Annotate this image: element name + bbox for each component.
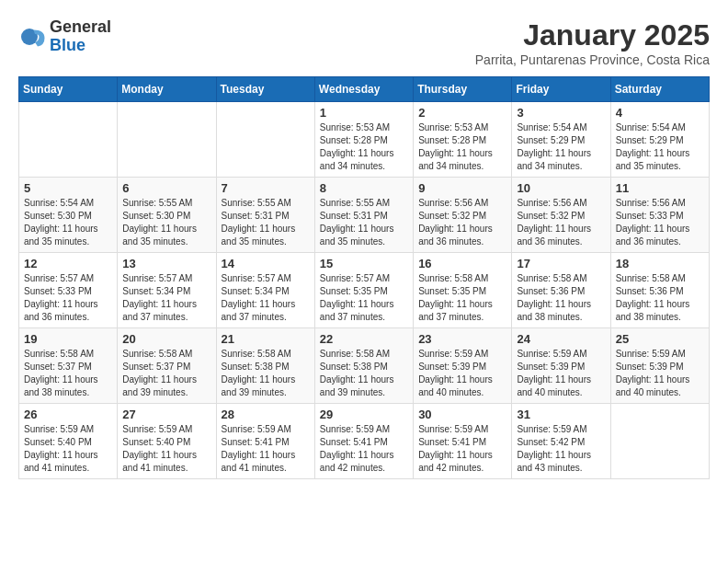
- calendar-cell: 9Sunrise: 5:56 AM Sunset: 5:32 PM Daylig…: [414, 178, 512, 253]
- day-number: 22: [320, 332, 408, 346]
- day-number: 4: [616, 106, 704, 120]
- day-number: 20: [122, 332, 210, 346]
- calendar-cell: 24Sunrise: 5:59 AM Sunset: 5:39 PM Dayli…: [512, 328, 610, 404]
- day-number: 8: [320, 181, 408, 195]
- day-number: 15: [320, 257, 408, 270]
- weekday-header: Monday: [118, 77, 216, 102]
- day-number: 30: [418, 408, 506, 421]
- page-header: General Blue January 2025 Parrita, Punta…: [18, 18, 710, 67]
- day-info: Sunrise: 5:55 AM Sunset: 5:30 PM Dayligh…: [122, 197, 210, 248]
- weekday-header: Saturday: [610, 77, 709, 102]
- calendar-cell: 15Sunrise: 5:57 AM Sunset: 5:35 PM Dayli…: [314, 253, 413, 328]
- calendar-week-row: 12Sunrise: 5:57 AM Sunset: 5:33 PM Dayli…: [19, 253, 710, 328]
- day-info: Sunrise: 5:53 AM Sunset: 5:28 PM Dayligh…: [418, 121, 506, 173]
- calendar-cell: 1Sunrise: 5:53 AM Sunset: 5:28 PM Daylig…: [314, 102, 413, 178]
- day-info: Sunrise: 5:57 AM Sunset: 5:35 PM Dayligh…: [320, 272, 408, 324]
- day-info: Sunrise: 5:57 AM Sunset: 5:34 PM Dayligh…: [222, 272, 310, 324]
- day-number: 11: [616, 181, 704, 195]
- title-block: January 2025 Parrita, Puntarenas Provinc…: [475, 18, 710, 67]
- day-number: 31: [517, 408, 605, 421]
- day-info: Sunrise: 5:59 AM Sunset: 5:39 PM Dayligh…: [517, 348, 605, 399]
- day-number: 2: [418, 106, 506, 120]
- day-number: 21: [222, 332, 310, 346]
- calendar-week-row: 1Sunrise: 5:53 AM Sunset: 5:28 PM Daylig…: [19, 102, 710, 178]
- weekday-header: Thursday: [414, 77, 512, 102]
- day-number: 10: [517, 181, 605, 195]
- day-info: Sunrise: 5:58 AM Sunset: 5:37 PM Dayligh…: [24, 348, 112, 399]
- day-info: Sunrise: 5:58 AM Sunset: 5:38 PM Dayligh…: [320, 348, 408, 399]
- day-number: 1: [320, 106, 408, 120]
- calendar-cell: [19, 102, 118, 178]
- weekday-header: Sunday: [19, 77, 118, 102]
- location-subtitle: Parrita, Puntarenas Province, Costa Rica: [475, 52, 710, 67]
- calendar-cell: 11Sunrise: 5:56 AM Sunset: 5:33 PM Dayli…: [610, 178, 709, 253]
- day-number: 9: [418, 181, 506, 195]
- calendar-cell: 4Sunrise: 5:54 AM Sunset: 5:29 PM Daylig…: [610, 102, 709, 178]
- day-number: 28: [222, 408, 310, 421]
- day-info: Sunrise: 5:59 AM Sunset: 5:40 PM Dayligh…: [24, 423, 112, 475]
- day-info: Sunrise: 5:56 AM Sunset: 5:32 PM Dayligh…: [418, 197, 506, 248]
- calendar-cell: 25Sunrise: 5:59 AM Sunset: 5:39 PM Dayli…: [610, 328, 709, 404]
- day-info: Sunrise: 5:56 AM Sunset: 5:33 PM Dayligh…: [616, 197, 704, 248]
- calendar-cell: [610, 404, 709, 479]
- calendar-cell: 22Sunrise: 5:58 AM Sunset: 5:38 PM Dayli…: [314, 328, 413, 404]
- weekday-header: Tuesday: [216, 77, 314, 102]
- day-info: Sunrise: 5:58 AM Sunset: 5:38 PM Dayligh…: [222, 348, 310, 399]
- calendar-cell: 3Sunrise: 5:54 AM Sunset: 5:29 PM Daylig…: [512, 102, 610, 178]
- calendar-cell: 21Sunrise: 5:58 AM Sunset: 5:38 PM Dayli…: [216, 328, 314, 404]
- calendar-header-row: SundayMondayTuesdayWednesdayThursdayFrid…: [19, 77, 710, 102]
- calendar-cell: 12Sunrise: 5:57 AM Sunset: 5:33 PM Dayli…: [19, 253, 118, 328]
- day-number: 25: [616, 332, 704, 346]
- day-number: 26: [24, 408, 112, 421]
- day-info: Sunrise: 5:59 AM Sunset: 5:41 PM Dayligh…: [418, 423, 506, 475]
- calendar-cell: 27Sunrise: 5:59 AM Sunset: 5:40 PM Dayli…: [118, 404, 216, 479]
- calendar-cell: 7Sunrise: 5:55 AM Sunset: 5:31 PM Daylig…: [216, 178, 314, 253]
- logo-blue-text: Blue: [50, 37, 111, 55]
- calendar-cell: 23Sunrise: 5:59 AM Sunset: 5:39 PM Dayli…: [414, 328, 512, 404]
- calendar-cell: 19Sunrise: 5:58 AM Sunset: 5:37 PM Dayli…: [19, 328, 118, 404]
- calendar-cell: 2Sunrise: 5:53 AM Sunset: 5:28 PM Daylig…: [414, 102, 512, 178]
- calendar-cell: 28Sunrise: 5:59 AM Sunset: 5:41 PM Dayli…: [216, 404, 314, 479]
- day-number: 12: [24, 257, 112, 270]
- day-info: Sunrise: 5:58 AM Sunset: 5:35 PM Dayligh…: [418, 272, 506, 324]
- calendar-cell: 29Sunrise: 5:59 AM Sunset: 5:41 PM Dayli…: [314, 404, 413, 479]
- calendar-cell: 18Sunrise: 5:58 AM Sunset: 5:36 PM Dayli…: [610, 253, 709, 328]
- calendar-cell: 31Sunrise: 5:59 AM Sunset: 5:42 PM Dayli…: [512, 404, 610, 479]
- day-number: 16: [418, 257, 506, 270]
- day-info: Sunrise: 5:54 AM Sunset: 5:29 PM Dayligh…: [616, 121, 704, 173]
- day-number: 24: [517, 332, 605, 346]
- day-number: 19: [24, 332, 112, 346]
- day-info: Sunrise: 5:57 AM Sunset: 5:33 PM Dayligh…: [24, 272, 112, 324]
- day-info: Sunrise: 5:55 AM Sunset: 5:31 PM Dayligh…: [320, 197, 408, 248]
- day-number: 18: [616, 257, 704, 270]
- calendar-cell: 5Sunrise: 5:54 AM Sunset: 5:30 PM Daylig…: [19, 178, 118, 253]
- calendar-week-row: 19Sunrise: 5:58 AM Sunset: 5:37 PM Dayli…: [19, 328, 710, 404]
- calendar-cell: 10Sunrise: 5:56 AM Sunset: 5:32 PM Dayli…: [512, 178, 610, 253]
- day-info: Sunrise: 5:59 AM Sunset: 5:41 PM Dayligh…: [222, 423, 310, 475]
- day-info: Sunrise: 5:53 AM Sunset: 5:28 PM Dayligh…: [320, 121, 408, 173]
- day-number: 29: [320, 408, 408, 421]
- day-info: Sunrise: 5:59 AM Sunset: 5:39 PM Dayligh…: [616, 348, 704, 399]
- day-info: Sunrise: 5:55 AM Sunset: 5:31 PM Dayligh…: [222, 197, 310, 248]
- calendar-week-row: 5Sunrise: 5:54 AM Sunset: 5:30 PM Daylig…: [19, 178, 710, 253]
- day-info: Sunrise: 5:56 AM Sunset: 5:32 PM Dayligh…: [517, 197, 605, 248]
- weekday-header: Wednesday: [314, 77, 413, 102]
- logo-general-text: General: [50, 18, 111, 37]
- day-number: 14: [222, 257, 310, 270]
- calendar-cell: 17Sunrise: 5:58 AM Sunset: 5:36 PM Dayli…: [512, 253, 610, 328]
- calendar-week-row: 26Sunrise: 5:59 AM Sunset: 5:40 PM Dayli…: [19, 404, 710, 479]
- calendar-cell: 8Sunrise: 5:55 AM Sunset: 5:31 PM Daylig…: [314, 178, 413, 253]
- day-info: Sunrise: 5:54 AM Sunset: 5:30 PM Dayligh…: [24, 197, 112, 248]
- day-info: Sunrise: 5:58 AM Sunset: 5:37 PM Dayligh…: [122, 348, 210, 399]
- day-number: 27: [122, 408, 210, 421]
- calendar-cell: 6Sunrise: 5:55 AM Sunset: 5:30 PM Daylig…: [118, 178, 216, 253]
- day-number: 13: [122, 257, 210, 270]
- day-info: Sunrise: 5:59 AM Sunset: 5:41 PM Dayligh…: [320, 423, 408, 475]
- calendar-cell: 30Sunrise: 5:59 AM Sunset: 5:41 PM Dayli…: [414, 404, 512, 479]
- logo-text: General Blue: [50, 18, 111, 55]
- day-info: Sunrise: 5:58 AM Sunset: 5:36 PM Dayligh…: [517, 272, 605, 324]
- calendar-cell: 16Sunrise: 5:58 AM Sunset: 5:35 PM Dayli…: [414, 253, 512, 328]
- calendar-table: SundayMondayTuesdayWednesdayThursdayFrid…: [18, 76, 710, 479]
- day-info: Sunrise: 5:59 AM Sunset: 5:40 PM Dayligh…: [122, 423, 210, 475]
- day-number: 17: [517, 257, 605, 270]
